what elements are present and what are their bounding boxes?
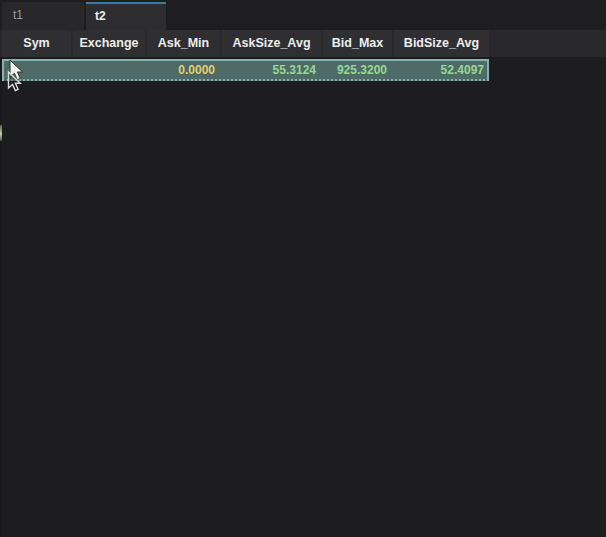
table-header-row: Sym Exchange Ask_Min AskSize_Avg Bid_Max… <box>0 30 606 57</box>
edge-artifact <box>0 125 2 141</box>
tab-t2-label: t2 <box>95 9 106 23</box>
tab-bar: t1 t2 <box>0 0 606 30</box>
tab-t1-label: t1 <box>13 8 23 22</box>
cell-bid-max: 925.3200 <box>321 59 392 81</box>
column-header-exchange[interactable]: Exchange <box>73 30 145 57</box>
column-header-bid-max[interactable]: Bid_Max <box>323 30 392 57</box>
cell-exchange <box>73 59 145 81</box>
app-window: t1 t2 Sym Exchange Ask_Min AskSize_Avg B… <box>0 0 606 537</box>
column-header-asksize-avg[interactable]: AskSize_Avg <box>222 30 321 57</box>
tab-t2[interactable]: t2 <box>86 2 166 30</box>
cell-asksize-avg: 55.3124 <box>220 59 321 81</box>
table-row-selected[interactable]: 0.0000 55.3124 925.3200 52.4097 <box>2 59 489 81</box>
column-header-sym[interactable]: Sym <box>2 30 71 57</box>
tab-t1[interactable]: t1 <box>2 2 84 30</box>
cell-sym <box>2 59 73 81</box>
column-header-bidsize-avg[interactable]: BidSize_Avg <box>394 30 489 57</box>
cell-ask-min: 0.0000 <box>145 59 220 81</box>
table-body: 0.0000 55.3124 925.3200 52.4097 <box>0 57 606 537</box>
column-header-ask-min[interactable]: Ask_Min <box>147 30 220 57</box>
cell-bidsize-avg: 52.4097 <box>392 59 489 81</box>
